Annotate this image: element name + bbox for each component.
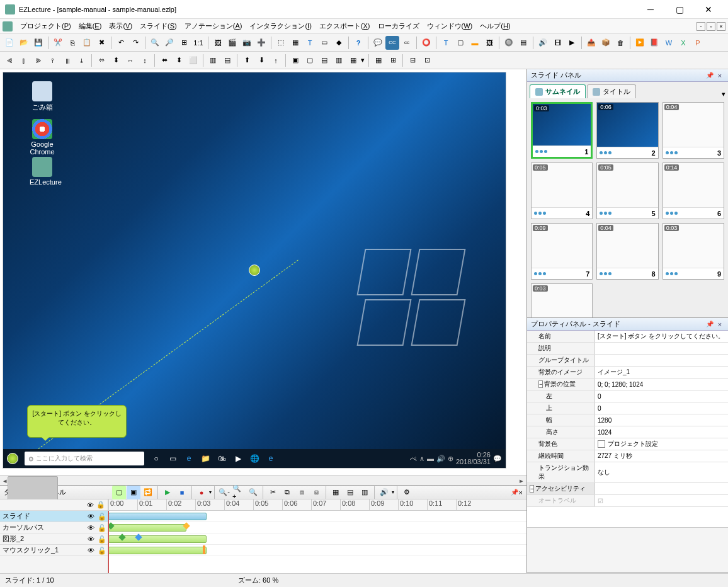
thumbnail-2[interactable]: 0:062 <box>596 102 658 159</box>
capture-icon[interactable]: 🖼 <box>211 36 225 50</box>
same-size-icon[interactable]: ⬜ <box>186 54 200 67</box>
align-right-icon[interactable]: ⫸ <box>31 54 45 67</box>
tl-grid2-icon[interactable]: ▤ <box>343 486 357 499</box>
prop-row[interactable]: トランジション効果なし <box>527 462 728 483</box>
tl-stop-icon[interactable]: ■ <box>175 486 189 499</box>
thumbnail-5[interactable]: 0:055 <box>596 162 658 219</box>
tab-thumbnail[interactable]: サムネイル <box>530 84 586 98</box>
track-cursor[interactable] <box>108 522 526 533</box>
export-icon[interactable]: 📤 <box>584 36 598 50</box>
dist-h-icon[interactable]: ⬄ <box>94 54 108 67</box>
order3-icon[interactable]: ▤ <box>317 54 331 67</box>
tl-zoomin-icon[interactable]: 🔍+ <box>232 486 246 499</box>
zoom-out-icon[interactable]: 🔎 <box>162 36 176 50</box>
menu-5[interactable]: インタラクション(I) <box>246 21 315 31</box>
tl-grid3-icon[interactable]: ▥ <box>358 486 372 499</box>
align-center-icon[interactable]: ⫿ <box>17 54 31 67</box>
tl-settings-icon[interactable]: ⚙ <box>400 486 414 499</box>
thumbnail-1[interactable]: 0:031 <box>531 102 593 159</box>
preview-icon[interactable]: ▶️ <box>633 36 647 50</box>
thumbnail-6[interactable]: 0:146 <box>663 162 724 219</box>
highlight-icon[interactable]: ▭ <box>317 36 331 50</box>
menu-6[interactable]: エクスポート(X) <box>316 21 374 31</box>
track-slide[interactable] <box>108 511 526 522</box>
menu-9[interactable]: ヘルプ(H) <box>476 21 514 31</box>
record-icon[interactable]: 🎬 <box>225 36 239 50</box>
prop-row[interactable]: 継続時間2727 ミリ秒 <box>527 450 728 462</box>
menu-2[interactable]: 表示(V) <box>105 21 136 31</box>
delete-icon[interactable]: ✖ <box>94 36 108 50</box>
tl-view1-icon[interactable]: ▢ <box>112 486 126 499</box>
order1-icon[interactable]: ▣ <box>288 54 302 67</box>
thumbnail-8[interactable]: 0:048 <box>596 223 658 280</box>
tl-play-icon[interactable]: ▶ <box>161 486 174 499</box>
lock-icon[interactable]: 🔓 <box>98 535 105 543</box>
property-panel-close-button[interactable]: × <box>715 320 724 329</box>
tl-grid1-icon[interactable]: ▦ <box>329 486 343 499</box>
zoom-fit-icon[interactable]: ⊞ <box>177 36 191 50</box>
align-middle-icon[interactable]: ⫼ <box>60 54 74 67</box>
button-icon[interactable]: 🔘 <box>502 36 516 50</box>
audio-icon[interactable]: 🔊 <box>536 36 550 50</box>
center-h-icon[interactable]: ⊟ <box>406 54 419 67</box>
thumbnail-grid[interactable]: 0:0310:0620:0430:0540:0550:1460:0970:048… <box>527 98 728 317</box>
save-icon[interactable]: 💾 <box>31 36 45 50</box>
grid-icon[interactable]: ▦ <box>372 54 385 67</box>
prop-row[interactable]: 背景のイメージイメージ_1 <box>527 367 728 379</box>
video-icon[interactable]: 🎞 <box>550 36 564 50</box>
fill-rect-icon[interactable]: ▬ <box>468 36 482 50</box>
send-back-icon[interactable]: ⬇ <box>254 54 268 67</box>
same-height-icon[interactable]: ⬍ <box>172 54 186 67</box>
thumbnail-10[interactable]: 0:0310 <box>531 283 593 317</box>
circle-icon[interactable]: ⭕ <box>419 36 433 50</box>
export3-icon[interactable]: 🗑 <box>613 36 627 50</box>
copy-icon[interactable]: ⎘ <box>65 36 79 50</box>
menu-1[interactable]: 編集(E) <box>75 21 106 31</box>
open-icon[interactable]: 📂 <box>17 36 31 50</box>
track-shape[interactable] <box>108 533 526 545</box>
redo-icon[interactable]: ↷ <box>128 36 142 50</box>
tab-menu-icon[interactable]: ▾ <box>722 90 725 98</box>
menu-8[interactable]: ウィンドウ(W) <box>423 21 477 31</box>
align-top-icon[interactable]: ⫯ <box>46 54 60 67</box>
menu-3[interactable]: スライド(S) <box>136 21 181 31</box>
mdi-close-button[interactable]: × <box>717 22 725 31</box>
timeline-row-2[interactable]: 図形_2👁🔓 <box>0 533 108 545</box>
tab-title[interactable]: タイトル <box>587 84 636 98</box>
tl-audio-icon[interactable]: 🔊 <box>377 486 391 499</box>
align-left-icon[interactable]: ⫷ <box>3 54 16 67</box>
timeline-close-button[interactable]: × <box>519 489 523 496</box>
thumbnail-9[interactable]: 0:039 <box>663 223 724 280</box>
track-mouseclick[interactable] <box>108 545 526 556</box>
start-button-target[interactable] <box>3 449 22 468</box>
text-tool-icon[interactable]: T <box>303 36 317 50</box>
dist-h2-icon[interactable]: ↔ <box>123 54 137 67</box>
tl-marker3-icon[interactable]: ⧇ <box>309 486 323 499</box>
pdf-icon[interactable]: 📕 <box>647 36 661 50</box>
panel-icon[interactable]: ▤ <box>516 36 530 50</box>
lock-icon[interactable]: 🔓 <box>98 524 105 532</box>
menu-7[interactable]: ローカライズ <box>374 21 423 31</box>
shape-icon[interactable]: ◆ <box>332 36 346 50</box>
prop-row[interactable]: 左0 <box>527 390 728 402</box>
eye-icon[interactable]: 👁 <box>88 524 95 532</box>
prop-row[interactable]: 高さ1024 <box>527 426 728 438</box>
snap-icon[interactable]: ⊞ <box>386 54 400 67</box>
prop-row[interactable]: 説明 <box>527 343 728 355</box>
eye-icon[interactable]: 👁 <box>88 535 95 543</box>
tl-zoomout-icon[interactable]: 🔍- <box>217 486 231 499</box>
prop-row[interactable]: 背景色プロジェクト設定 <box>527 438 728 450</box>
menu-4[interactable]: アノテーション(A) <box>181 21 246 31</box>
media2-icon[interactable]: ▶ <box>565 36 579 50</box>
prop-row[interactable]: 名前[スタート] ボタン をクリックしてください。 <box>527 331 728 343</box>
thumbnail-3[interactable]: 0:043 <box>663 102 724 159</box>
eye-all-icon[interactable]: 👁 <box>87 501 94 509</box>
align-bottom-icon[interactable]: ⫰ <box>75 54 89 67</box>
timeline-pin-icon[interactable]: 📌 <box>511 489 518 496</box>
prop-row[interactable]: −アクセシビリティ <box>527 483 728 495</box>
closed-caption-icon[interactable]: cc <box>400 36 414 50</box>
prop-row[interactable]: 幅1280 <box>527 414 728 426</box>
paste-icon[interactable]: 📋 <box>80 36 94 50</box>
property-panel-pin-icon[interactable]: 📌 <box>705 320 714 329</box>
zoom-100-icon[interactable]: 1:1 <box>191 36 205 50</box>
